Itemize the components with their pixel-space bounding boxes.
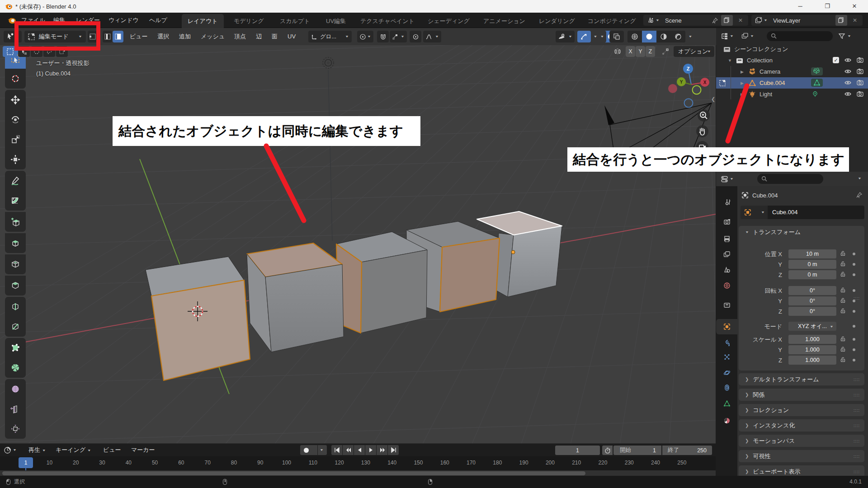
field-value[interactable]: 1.000 [788, 345, 836, 354]
blender-menu-icon[interactable] [7, 16, 16, 25]
proportional-edit-toggle[interactable] [410, 31, 421, 42]
topbar-menu-2[interactable]: レンダー [76, 13, 100, 28]
active-tool-button[interactable]: ▼ [4, 31, 22, 42]
snap-toggle-button[interactable] [377, 31, 389, 42]
properties-editor-dropdown[interactable]: ▼ [721, 174, 734, 184]
section-0[interactable]: ❯デルタトランスフォーム:::: [739, 373, 864, 385]
zoom-button[interactable] [698, 109, 710, 122]
select-mode-dropdown[interactable] [56, 46, 68, 57]
hide-icon[interactable] [844, 90, 852, 99]
tool-loop-cut[interactable] [5, 297, 26, 317]
toolheader-menu-3[interactable]: メッシュ [201, 28, 225, 45]
toolheader-menu-2[interactable]: 追加 [179, 28, 191, 45]
tweak-select-box-button[interactable] [3, 46, 17, 57]
animate-dot[interactable] [853, 289, 855, 292]
outliner-row-collection[interactable]: ▼Collection✓ [716, 55, 868, 66]
frame-end-field[interactable]: 終了 250 [662, 446, 712, 455]
section-5[interactable]: ❯可視性:::: [739, 450, 864, 462]
show-gizmo-dropdown[interactable]: ▼ [556, 31, 575, 42]
pin-icon[interactable] [712, 17, 718, 24]
properties-tab-object-data[interactable] [716, 396, 737, 411]
gizmos-toggle[interactable] [577, 31, 591, 42]
lock-icon[interactable] [840, 271, 846, 278]
select-circle-button[interactable] [31, 46, 42, 57]
section-3[interactable]: ❯インスタンス化:::: [739, 419, 864, 432]
restore-button[interactable]: ❐ [817, 0, 838, 13]
toolheader-menu-1[interactable]: 選択 [157, 28, 169, 45]
workspace-tab-0[interactable]: レイアウト [182, 14, 224, 28]
close-button[interactable]: ✕ [844, 0, 865, 13]
select-mode-face-button[interactable] [113, 31, 123, 42]
workspace-tab-4[interactable]: テクスチャペイント [354, 14, 420, 28]
shading-dropdown[interactable]: ▼ [686, 31, 694, 42]
disable-render-icon[interactable] [856, 56, 864, 65]
workspace-tab-6[interactable]: アニメーション [477, 14, 531, 28]
properties-tab-physics[interactable] [716, 365, 737, 380]
transform-orientation-dropdown[interactable]: グロ... ▼ [308, 31, 352, 42]
minimize-button[interactable]: ─ [790, 0, 811, 13]
object-name-input[interactable]: Cube.004 [768, 206, 864, 219]
new-viewlayer-button[interactable] [835, 15, 847, 26]
field-value[interactable]: 0 m [788, 260, 836, 269]
snap-individual-icon[interactable] [658, 46, 672, 57]
viewlayer-selector[interactable]: ▼ ViewLayer ✕ [751, 15, 863, 26]
properties-tab-render[interactable] [716, 214, 737, 230]
select-lasso-button[interactable] [43, 46, 55, 57]
tool-extrude-region[interactable] [5, 233, 26, 253]
tool-smooth[interactable] [5, 379, 26, 399]
properties-tab-collection-props[interactable] [716, 297, 737, 313]
outliner-display-mode-dropdown[interactable]: ▼ [721, 31, 734, 42]
workspace-tab-2[interactable]: スカルプト [274, 14, 316, 28]
workspace-tab-1[interactable]: モデリング [228, 14, 270, 28]
field-value[interactable]: 10 m [788, 249, 836, 258]
new-scene-button[interactable] [721, 15, 733, 26]
tool-annotate[interactable] [5, 171, 26, 191]
toolheader-menu-6[interactable]: 面 [272, 28, 278, 45]
snap-with-dropdown[interactable]: ▼ [390, 31, 407, 42]
outliner-filter-dropdown[interactable]: ▼ [838, 31, 851, 42]
section-2[interactable]: ❯コレクション:::: [739, 404, 864, 416]
animate-dot[interactable] [853, 263, 855, 266]
toolheader-menu-5[interactable]: 辺 [256, 28, 262, 45]
topbar-menu-0[interactable]: ファイル [21, 13, 45, 28]
unlink-scene-icon[interactable]: ✕ [738, 17, 743, 23]
field-value[interactable]: 1.000 [788, 335, 836, 344]
field-value[interactable]: 1.000 [788, 356, 836, 365]
timeline-menu-3[interactable]: マーカー [131, 444, 155, 456]
viewport-3d[interactable]: ユーザー・透視投影 (1) Cube.004 Z Y X ❮ ❯ [0, 45, 716, 443]
properties-tab-view-layer[interactable] [716, 247, 737, 262]
playhead-badge[interactable]: 1 [19, 457, 33, 468]
overlays-dropdown[interactable]: ▼ [598, 31, 606, 42]
lock-icon[interactable] [840, 297, 846, 305]
field-value[interactable]: 0° [788, 286, 836, 295]
mesh-data-badge[interactable] [811, 79, 823, 88]
topbar-menu-1[interactable]: 編集 [53, 13, 65, 28]
animate-dot[interactable] [853, 325, 855, 328]
select-tweak-button[interactable] [18, 46, 30, 57]
frame-start-field[interactable]: 開始 1 [613, 446, 661, 455]
properties-tab-modifiers[interactable] [716, 335, 737, 351]
field-value[interactable]: 0° [788, 307, 836, 316]
workspace-tab-3[interactable]: UV編集 [320, 14, 352, 28]
hide-icon[interactable] [844, 79, 852, 88]
tool-measure[interactable] [5, 191, 26, 211]
mirror-y-toggle[interactable]: Y [636, 46, 645, 57]
outliner-row-cube-004[interactable]: ▶Cube.004 [716, 77, 868, 89]
light-data-badge[interactable] [811, 90, 823, 99]
tool-transform[interactable] [5, 150, 26, 169]
workspace-tab-5[interactable]: シェーディング [422, 14, 476, 28]
topbar-menu-3[interactable]: ウィンドウ [108, 13, 139, 28]
properties-options-dropdown[interactable]: ▼ [858, 177, 862, 180]
toolheader-menu-7[interactable]: UV [288, 28, 296, 45]
pin-id-icon[interactable] [856, 192, 863, 198]
properties-tab-world[interactable] [716, 278, 737, 293]
workspace-tab-7[interactable]: レンダリング [533, 14, 581, 28]
outliner-filter-type-dropdown[interactable]: ▼ [741, 31, 754, 42]
lock-icon[interactable] [840, 287, 846, 294]
tool-spin[interactable] [5, 358, 26, 378]
previous-keyframe-button[interactable] [343, 445, 354, 455]
tool-shrink-fatten[interactable] [5, 419, 26, 439]
properties-tab-scene[interactable] [716, 262, 737, 277]
lock-icon[interactable] [840, 357, 846, 364]
shading-rendered-button[interactable] [671, 31, 685, 42]
